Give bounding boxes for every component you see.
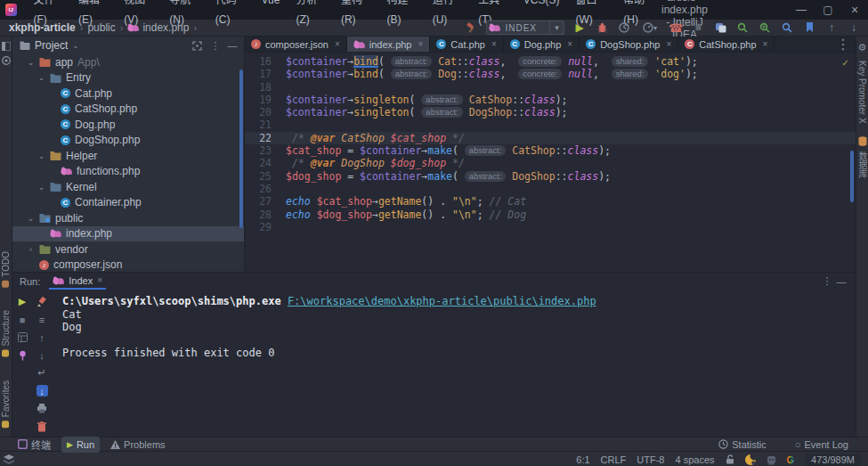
status-item[interactable]: 4 spaces — [675, 454, 714, 465]
tree-item-entry[interactable]: ⌄Entry — [12, 70, 244, 86]
tree-item-dog-php[interactable]: CDog.php — [12, 117, 244, 133]
google-translate-icon[interactable]: G — [787, 454, 795, 465]
print-icon[interactable] — [37, 403, 48, 414]
status-item[interactable]: 6:1 — [576, 454, 589, 465]
close-icon[interactable]: × — [841, 0, 868, 20]
tool-stripe-key-promoter[interactable]: Key Promoter X — [857, 61, 867, 124]
tree-item-app[interactable]: ⌄app App\ — [12, 54, 244, 70]
gear-icon[interactable]: ⚙ — [858, 42, 867, 53]
close-icon[interactable]: × — [97, 275, 102, 285]
tool-stripe-structure[interactable]: Structure — [1, 310, 11, 357]
search-icon[interactable] — [735, 20, 750, 35]
editor-scrollbar[interactable] — [850, 151, 854, 202]
tree-chevron-icon[interactable]: ⌄ — [37, 151, 45, 160]
editor-tab-cat.php[interactable]: CCat.php× — [430, 37, 503, 52]
previous-occurrence-icon[interactable]: ↑ — [824, 20, 839, 35]
editor-tab-dog.php[interactable]: CDog.php× — [504, 37, 580, 52]
chevron-down-icon[interactable]: ⌄ — [72, 41, 79, 50]
tree-item-vendor[interactable]: ›vendor — [12, 241, 244, 258]
chevron-down-icon[interactable]: ▾ — [549, 20, 564, 35]
tool-window-button-run[interactable]: ▶Run — [61, 437, 100, 453]
tree-chevron-icon[interactable]: ⌄ — [37, 73, 45, 82]
find-in-path-icon[interactable] — [780, 20, 794, 35]
menu-item[interactable]: 分析(Z) — [288, 0, 333, 29]
tree-item-kernel[interactable]: ⌄Kernel — [12, 179, 244, 195]
tool-stripe-favorites[interactable]: Favorites — [1, 380, 11, 428]
filter-icon[interactable]: ≡ — [37, 314, 48, 325]
editor-tab-dogshop.php[interactable]: CDogShop.php× — [580, 37, 678, 52]
editor-tab-index.php[interactable]: index.php× — [347, 37, 431, 52]
tree-item-helper[interactable]: ⌄Helper — [12, 148, 244, 164]
scroll-to-end-icon[interactable]: ↓ — [37, 385, 48, 397]
stop-phone-icon[interactable]: ☎ — [669, 20, 683, 35]
run-with-coverage-icon[interactable] — [617, 20, 631, 35]
close-icon[interactable]: × — [335, 39, 340, 49]
close-icon[interactable]: × — [763, 39, 768, 49]
menu-item[interactable]: 构建(B) — [379, 0, 425, 29]
memory-indicator[interactable]: 473/989M — [805, 454, 861, 466]
tree-item-composer-json[interactable]: ♪composer.json — [12, 258, 244, 274]
hide-panel-icon[interactable]: — — [834, 276, 848, 287]
breadcrumb-item[interactable]: index.php — [127, 21, 189, 34]
menu-item[interactable]: 重构(R) — [333, 0, 379, 29]
hide-panel-icon[interactable]: — — [226, 40, 239, 51]
tree-item-catshop-php[interactable]: CCatShop.php — [12, 102, 244, 118]
tree-item-cat-php[interactable]: CCat.php — [12, 86, 244, 102]
run-console-output[interactable]: C:\Users\syfxl\scoop\shims\php.exe F:\wo… — [52, 290, 856, 437]
options-kebab-icon[interactable]: ⋮ — [820, 275, 834, 287]
down-stack-trace-icon[interactable]: ↓ — [37, 349, 48, 361]
options-kebab-icon[interactable]: ⋮ — [209, 40, 222, 52]
tree-chevron-icon[interactable]: › — [27, 245, 35, 254]
commit-tool-icon[interactable] — [2, 56, 11, 65]
soft-wrap-icon[interactable]: ↵ — [37, 367, 48, 379]
delete-icon[interactable] — [37, 421, 48, 432]
database-icon[interactable] — [858, 136, 867, 146]
breadcrumb-item[interactable]: public — [87, 21, 115, 34]
tree-chevron-icon[interactable]: ⌄ — [27, 58, 35, 67]
editor-area[interactable]: ♪composer.json×index.php×CCat.php×CDog.p… — [245, 37, 856, 272]
tree-item-dogshop-php[interactable]: CDogShop.php — [12, 133, 244, 149]
debug-button[interactable] — [595, 20, 609, 35]
editor-tab-catshop.php[interactable]: CCatShop.php× — [678, 37, 775, 52]
close-icon[interactable]: × — [491, 39, 497, 49]
status-item[interactable]: UTF-8 — [637, 454, 664, 465]
run-configuration-select[interactable]: INDEX ▾ — [486, 20, 564, 35]
up-stack-trace-icon[interactable]: ↑ — [37, 331, 48, 343]
notification-plugin-icon[interactable] — [745, 454, 756, 465]
tool-window-button-problems[interactable]: Problems — [105, 437, 170, 453]
tree-item-index-php[interactable]: index.php — [12, 226, 244, 242]
close-icon[interactable]: × — [567, 39, 572, 49]
run-button[interactable]: ▶ — [572, 20, 587, 35]
tool-stripe-database[interactable]: 数据库 — [856, 151, 868, 178]
tool-stripe-todo[interactable]: TODO — [1, 251, 11, 288]
clear-console-icon[interactable] — [37, 296, 48, 307]
tool-window-button-终端[interactable]: 终端 — [12, 437, 56, 453]
breadcrumb-item[interactable]: xkphp-article — [9, 21, 76, 34]
inspection-ok-icon[interactable]: ✓ — [842, 58, 849, 68]
status-item[interactable]: CRLF — [601, 454, 627, 465]
minimize-icon[interactable]: — — [788, 0, 815, 20]
tool-window-button-statistic[interactable]: Statistic — [713, 438, 772, 451]
tool-windows-toggle-icon[interactable] — [4, 454, 14, 465]
tool-window-button-event-log[interactable]: ○Event Log — [790, 438, 854, 451]
locate-file-icon[interactable] — [192, 41, 205, 51]
menu-item[interactable]: Vue — [254, 0, 288, 29]
code-editor[interactable]: 16$container→bind( abstract: Cat::class,… — [245, 53, 856, 272]
next-occurrence-icon[interactable]: ↓ — [847, 20, 861, 35]
project-scrollbar[interactable] — [239, 69, 243, 228]
replace-icon[interactable] — [758, 20, 772, 35]
bookmark-icon[interactable] — [802, 20, 816, 35]
attach-debugger-icon[interactable] — [713, 20, 727, 35]
tree-item-functions-php[interactable]: functions.php — [12, 164, 244, 180]
project-panel-header[interactable]: Project ⌄ ⋮ — — [12, 37, 244, 54]
close-icon[interactable]: × — [418, 39, 424, 49]
console-file-link[interactable]: F:\workspace\demo\xkphp-article\public\i… — [288, 295, 596, 307]
tab-options-kebab-icon[interactable]: ⋮ — [836, 36, 850, 53]
project-tool-icon[interactable] — [2, 42, 11, 51]
run-tab-index[interactable]: Index × — [49, 273, 106, 290]
restore-layout-icon[interactable] — [17, 331, 28, 343]
tree-item-container-php[interactable]: CContainer.php — [12, 195, 244, 211]
editor-tab-composer.json[interactable]: ♪composer.json× — [245, 37, 347, 52]
rerun-icon[interactable]: ▶ — [17, 296, 28, 307]
menu-item[interactable]: 代码(C) — [207, 0, 254, 29]
